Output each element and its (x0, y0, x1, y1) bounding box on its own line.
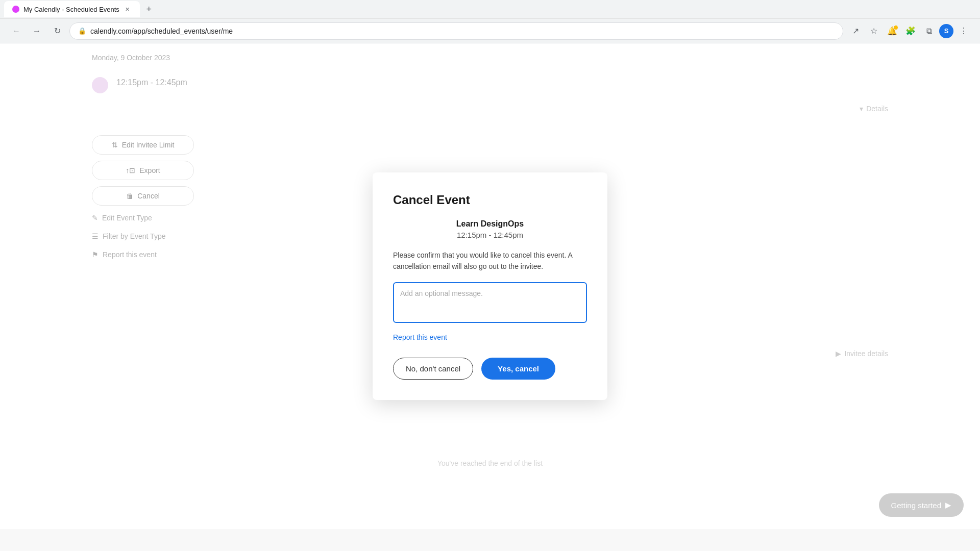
browser-toolbar: ← → ↻ 🔒 calendly.com/app/scheduled_event… (0, 18, 980, 43)
modal-description: Please confirm that you would like to ca… (393, 249, 587, 272)
modal-report-link[interactable]: Report this event (393, 333, 587, 341)
browser-chrome: My Calendly - Scheduled Events ✕ + ← → ↻… (0, 0, 980, 43)
back-button[interactable]: ← (8, 23, 24, 39)
modal-event-time: 12:15pm - 12:45pm (393, 231, 587, 239)
address-bar[interactable]: 🔒 calendly.com/app/scheduled_events/user… (69, 22, 843, 40)
profile-avatar[interactable]: S (939, 24, 953, 38)
notification-button[interactable]: 🔔 (884, 23, 900, 39)
extensions-button[interactable]: 🧩 (902, 23, 919, 39)
menu-button[interactable]: ⋮ (955, 23, 972, 39)
tab-bar: My Calendly - Scheduled Events ✕ + (0, 0, 980, 18)
page-content: Monday, 9 October 2023 12:15pm - 12:45pm… (0, 43, 980, 529)
new-tab-button[interactable]: + (142, 2, 156, 16)
modal-overlay: Cancel Event Learn DesignOps 12:15pm - 1… (0, 43, 980, 529)
toolbar-actions: ↗ ☆ 🔔 🧩 ⧉ S ⋮ (847, 23, 972, 39)
yes-cancel-button[interactable]: Yes, cancel (481, 358, 555, 380)
tab-close-button[interactable]: ✕ (124, 5, 132, 13)
modal-event-name: Learn DesignOps (393, 219, 587, 229)
bookmark-button[interactable]: ☆ (866, 23, 882, 39)
optional-message-textarea[interactable] (393, 282, 587, 323)
lock-icon: 🔒 (78, 27, 86, 35)
share-button[interactable]: ↗ (847, 23, 864, 39)
active-tab[interactable]: My Calendly - Scheduled Events ✕ (4, 1, 140, 17)
reload-button[interactable]: ↻ (49, 23, 65, 39)
modal-title: Cancel Event (393, 193, 587, 207)
cancel-event-modal: Cancel Event Learn DesignOps 12:15pm - 1… (373, 172, 607, 400)
tab-favicon (12, 6, 19, 13)
no-dont-cancel-button[interactable]: No, don't cancel (393, 358, 473, 380)
split-view-button[interactable]: ⧉ (921, 23, 937, 39)
modal-actions: No, don't cancel Yes, cancel (393, 358, 587, 380)
url-text: calendly.com/app/scheduled_events/user/m… (90, 27, 233, 35)
forward-button[interactable]: → (29, 23, 45, 39)
tab-title: My Calendly - Scheduled Events (23, 6, 119, 13)
